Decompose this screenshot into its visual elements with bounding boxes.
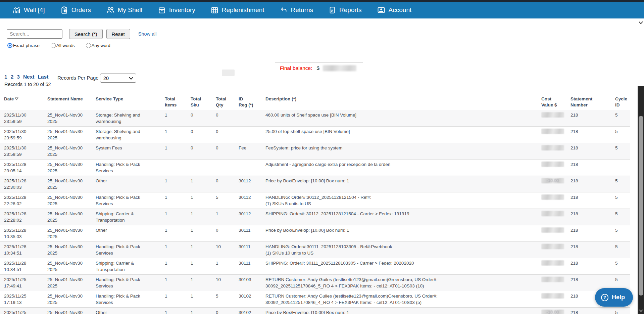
nav-item-inventory[interactable]: Inventory [158,6,195,14]
table-row[interactable]: 2025/11/28 10:34:51 25_Nov01-Nov30 2025 … [0,258,630,275]
cell-statement-name: 25_Nov01-Nov30 2025 [47,110,96,127]
search-row: Search (*) Reset Show all [7,29,157,39]
cell-service-type: Shipping: Carrier & Transportation [96,258,165,275]
cell-id-reg [239,110,265,127]
cell-date: 2025/11/28 22:30:03 [0,176,47,192]
cell-description: RETURN Customer: Andy Guiles (testlisett… [265,291,541,308]
cell-total-qty: 10 [216,242,239,258]
cell-total-sku [191,160,216,176]
scrollbar-thumb[interactable] [639,116,643,296]
cell-cost-value [541,127,571,143]
cell-description: Price by Box/Envelop: [10.00] Box num: 1 [265,308,541,314]
radio-exact-phrase[interactable]: Exact phrase [7,43,40,48]
table-row[interactable]: 2025/11/28 22:28:02 25_Nov01-Nov30 2025 … [0,209,630,225]
column-header-cycle-id[interactable]: Cycle ID [615,94,630,110]
page-link-1[interactable]: 1 [4,74,7,80]
column-header-service-type[interactable]: Service Type [96,94,165,110]
nav-item-reports[interactable]: Reports [329,6,362,14]
question-circle-icon: ? [601,294,608,301]
table-row[interactable]: 2025/11/28 22:30:03 25_Nov01-Nov30 2025 … [0,176,630,192]
page-link-last[interactable]: Last [38,74,48,80]
scrollbar-up-arrow[interactable] [639,19,643,26]
column-header-date[interactable]: Date [0,94,47,110]
column-header-description[interactable]: Description (*) [265,94,541,110]
table-row[interactable]: 2025/11/28 10:35:03 25_Nov01-Nov30 2025 … [0,225,630,242]
cell-service-type: Other [96,308,165,314]
nav-item-label: Wall [4] [24,6,45,14]
table-row[interactable]: 2025/11/30 23:59:59 25_Nov01-Nov30 2025 … [0,143,630,160]
column-header-statement-name[interactable]: Statement Name [47,94,96,110]
scrollbar-track[interactable] [638,86,644,314]
nav-item-account[interactable]: Account [377,6,412,14]
cell-statement-number: 218 [571,160,615,176]
cell-cost-value [541,225,571,242]
nav-item-returns[interactable]: Returns [280,6,313,14]
table-row[interactable]: 2025/11/30 23:59:59 25_Nov01-Nov30 2025 … [0,110,630,127]
faded-placeholder-box [222,70,235,76]
cell-total-qty: 1 [216,209,239,225]
redacted-cost-value [541,162,564,167]
nav-item-replenishment[interactable]: Replenishment [211,6,264,14]
nav-item-orders[interactable]: Orders [60,6,91,14]
column-header-statement-number[interactable]: Statement Number [571,94,615,110]
cell-service-type: Handling: Pick & Pack Services [96,242,165,258]
page-link-2[interactable]: 2 [11,74,14,80]
cell-total-qty: 5 [216,192,239,209]
cell-date: 2025/11/28 10:34:51 [0,242,47,258]
main-navbar: Wall [4] Orders My Shelf Inventory Reple… [0,2,644,18]
cell-service-type: Storage: Shelving and warehousing [96,127,165,143]
clipboard-clock-icon [60,6,68,14]
search-input[interactable] [7,29,62,39]
nav-item-my-shelf[interactable]: My Shelf [106,6,143,14]
cell-statement-name: 25_Nov01-Nov30 2025 [47,275,96,291]
redacted-balance-value [323,65,356,71]
radio-any-word[interactable]: Any word [86,43,110,48]
table-row[interactable]: 2025/11/28 22:28:02 25_Nov01-Nov30 2025 … [0,192,630,209]
cell-description: HANDLING: Order#:30111_20251128103305 - … [265,242,541,258]
show-all-link[interactable]: Show all [138,31,157,37]
records-per-page-select[interactable]: 20 [100,74,136,83]
column-header-cost-value[interactable]: Cost Value $ [541,94,571,110]
cell-service-type: Handling: Pick & Pack Services [96,291,165,308]
cell-total-sku: 0 [191,110,216,127]
cell-date: 2025/11/30 23:59:59 [0,110,47,127]
help-button[interactable]: ? Help [595,288,633,307]
reset-button[interactable]: Reset [106,29,130,39]
table-row[interactable]: 2025/11/28 10:34:51 25_Nov01-Nov30 2025 … [0,242,630,258]
table-row[interactable]: 2025/11/25 17:19:13 25_Nov01-Nov30 2025 … [0,291,630,308]
cell-id-reg: 30103 [239,275,265,291]
column-header-id-reg[interactable]: ID Reg (*) [239,94,265,110]
nav-item-wall[interactable]: Wall [4] [13,6,45,14]
radio-all-words[interactable]: All words [51,43,75,48]
radio-icon [86,43,91,48]
bar-chart-icon [13,6,20,14]
cell-date: 2025/11/28 22:28:02 [0,209,47,225]
box-icon [158,6,166,14]
document-icon [329,6,336,14]
statement-table: Date Statement Name Service Type Total I… [0,94,634,314]
search-button[interactable]: Search (*) [69,29,103,39]
cell-description: 460.00 units of Shelf space use [BIN Vol… [265,110,541,127]
cell-cycle-id: 5 [615,308,630,314]
table-row[interactable]: 2025/11/25 17:49:41 25_Nov01-Nov30 2025 … [0,275,630,291]
cell-statement-name: 25_Nov01-Nov30 2025 [47,291,96,308]
cell-description: Price by Box/Envelop: [10.00] Box num: 1 [265,225,541,242]
cell-statement-name: 25_Nov01-Nov30 2025 [47,176,96,192]
nav-item-label: My Shelf [118,6,143,14]
contact-card-icon [377,6,385,14]
chevron-down-icon [129,77,133,80]
scrollbar-down-arrow[interactable] [639,307,643,313]
table-row[interactable]: 2025/11/30 23:59:59 25_Nov01-Nov30 2025 … [0,127,630,143]
table-row[interactable]: 2025/11/28 23:05:14 25_Nov01-Nov30 2025 … [0,160,630,176]
table-row[interactable]: 2025/11/25 25_Nov01-Nov30 Other 1 1 0 30… [0,308,630,314]
column-header-total-sku[interactable]: Total Sku [191,94,216,110]
cell-cycle-id: 5 [615,242,630,258]
redacted-cost-value: -10.00 [541,310,564,314]
column-header-total-items[interactable]: Total Items [165,94,191,110]
cell-total-items: 1 [165,176,191,192]
cell-id-reg: 30112 [239,176,265,192]
page-link-3[interactable]: 3 [17,74,20,80]
cell-statement-number: 218 [571,225,615,242]
page-link-next[interactable]: Next [23,74,35,80]
column-header-total-qty[interactable]: Total Qty [216,94,239,110]
